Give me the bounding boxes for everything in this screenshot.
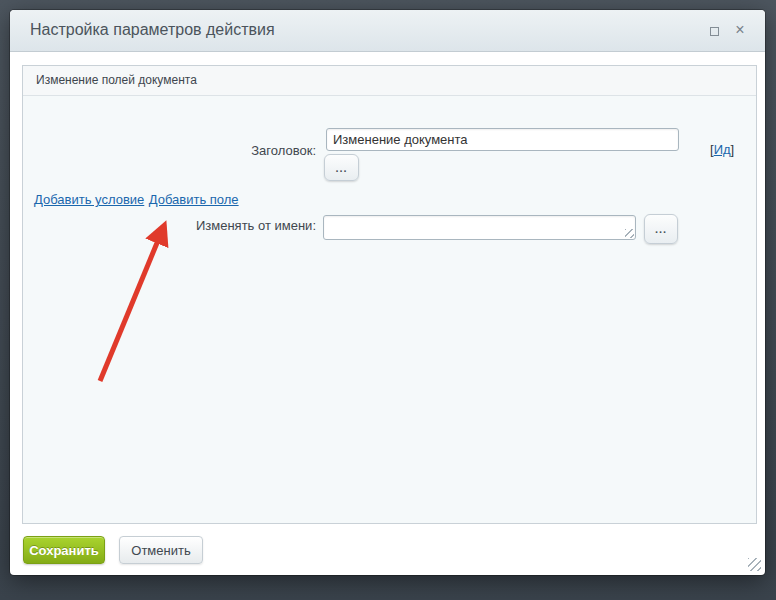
add-condition-link[interactable]: Добавить условие xyxy=(34,192,144,207)
add-field-link[interactable]: Добавить поле xyxy=(149,192,239,207)
dialog-title: Настройка параметров действия xyxy=(30,21,275,39)
bracket-close: ] xyxy=(731,142,735,157)
title-input[interactable] xyxy=(326,128,679,151)
id-link-wrap: [Ид] xyxy=(710,142,734,157)
add-links-row: Добавить условие Добавить поле xyxy=(34,190,239,208)
action-settings-panel: Изменение полей документа Заголовок: ...… xyxy=(22,65,757,524)
panel-header: Изменение полей документа xyxy=(23,66,756,96)
cancel-button[interactable]: Отменить xyxy=(119,536,203,564)
save-button[interactable]: Сохранить xyxy=(23,536,105,564)
minimize-icon[interactable] xyxy=(710,27,719,36)
actor-input[interactable] xyxy=(323,215,636,240)
settings-dialog: Настройка параметров действия × Изменени… xyxy=(10,10,765,575)
dialog-resize-handle[interactable] xyxy=(748,558,761,571)
title-picker-button[interactable]: ... xyxy=(324,154,359,181)
close-icon[interactable]: × xyxy=(732,20,748,40)
title-field-label: Заголовок: xyxy=(23,143,316,158)
id-link[interactable]: Ид xyxy=(714,142,731,157)
dialog-titlebar: Настройка параметров действия × xyxy=(10,10,765,52)
actor-field-label: Изменять от имени: xyxy=(23,218,316,233)
actor-picker-button[interactable]: ... xyxy=(644,214,678,244)
